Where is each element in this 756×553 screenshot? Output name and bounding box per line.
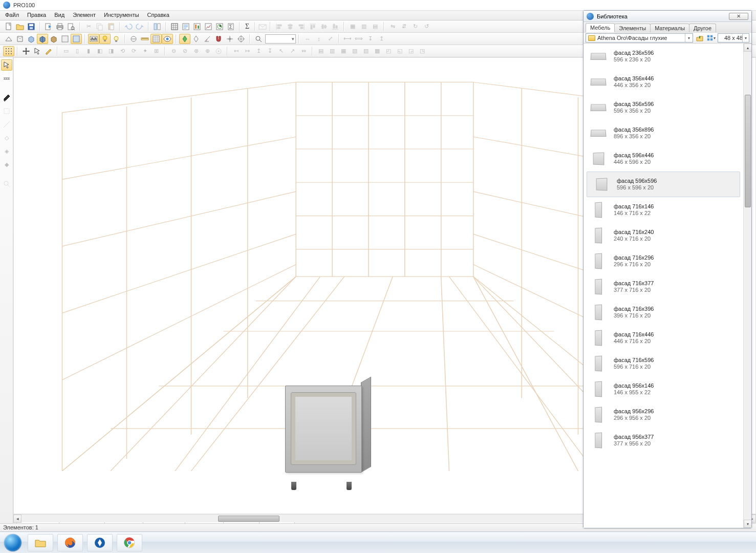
library-item[interactable]: фасад 356x896896 x 356 x 20 <box>584 120 743 146</box>
menu-item[interactable]: Правка <box>23 11 50 20</box>
lamp-button[interactable] <box>99 34 111 44</box>
labels-button[interactable]: aа <box>88 34 99 44</box>
mv-3-button[interactable]: ↥ <box>253 46 264 56</box>
flip-v-button[interactable]: ⇵ <box>398 22 409 32</box>
menu-item[interactable]: Инструменты <box>100 11 143 20</box>
tool-shape[interactable] <box>1 105 12 117</box>
group-3-button[interactable]: ▮ <box>83 46 94 56</box>
tool-select[interactable] <box>1 59 12 71</box>
taskbar-app-chrome[interactable] <box>117 534 142 551</box>
flip-h-button[interactable]: ⇋ <box>387 22 398 32</box>
move-button[interactable] <box>20 46 32 56</box>
report-1-button[interactable] <box>180 22 191 32</box>
library-view-button[interactable]: ▾ <box>706 33 716 42</box>
export-button[interactable] <box>43 22 54 32</box>
library-up-button[interactable] <box>695 33 704 42</box>
library-close-button[interactable]: ✕ <box>729 13 748 20</box>
library-tab[interactable]: Материалы <box>650 24 689 32</box>
layer-10-button[interactable]: ◳ <box>417 46 428 56</box>
view-shaded-button[interactable] <box>37 34 48 44</box>
rotate-ccw-button[interactable]: ↺ <box>421 22 432 32</box>
mv-4-button[interactable]: ↧ <box>264 46 275 56</box>
grid-button[interactable] <box>150 34 162 44</box>
layer-7-button[interactable]: ◰ <box>383 46 394 56</box>
rotate-cw-button[interactable]: ↻ <box>409 22 421 32</box>
group-1-button[interactable]: ▭ <box>60 46 72 56</box>
op-4-button[interactable]: ⊕ <box>202 46 213 56</box>
library-item[interactable]: фасад 596x446446 x 596 x 20 <box>584 146 743 172</box>
new-file-button[interactable] <box>3 22 14 32</box>
mv-6-button[interactable]: ↗ <box>287 46 298 56</box>
view-hidden-button[interactable] <box>14 34 26 44</box>
mv-5-button[interactable]: ↖ <box>275 46 287 56</box>
snap-target-button[interactable] <box>235 34 247 44</box>
dim-size-1-button[interactable]: ⟷ <box>342 34 353 44</box>
dim-size-4-button[interactable]: ↥ <box>376 34 387 44</box>
library-item[interactable]: фасад 716x596596 x 716 x 20 <box>584 351 743 376</box>
library-item[interactable]: фасад 716x146146 x 716 x 22 <box>584 197 743 223</box>
library-tab[interactable]: Другое <box>689 24 716 32</box>
print-preview-button[interactable] <box>66 22 77 32</box>
taskbar-app-firefox[interactable] <box>57 534 83 551</box>
view-wire-button[interactable] <box>3 34 14 44</box>
snap-edge-button[interactable] <box>190 34 202 44</box>
library-item[interactable]: фасад 716x396396 x 716 x 20 <box>584 300 743 325</box>
dim-h-button[interactable]: ↔ <box>302 34 313 44</box>
cabinet-model[interactable] <box>280 380 372 483</box>
zoom-combo[interactable]: ▾ <box>265 34 296 44</box>
library-item[interactable]: фасад 956x146146 x 955 x 22 <box>584 376 743 402</box>
report-4-button[interactable] <box>214 22 225 32</box>
tool-measure[interactable] <box>1 119 12 130</box>
view-solid-button[interactable] <box>26 34 37 44</box>
group-9-button[interactable]: ⊞ <box>150 46 162 56</box>
dim-size-2-button[interactable]: ⟺ <box>353 34 364 44</box>
report-3-button[interactable] <box>203 22 214 32</box>
tool-ext-1[interactable]: ◇ <box>1 132 12 143</box>
start-button[interactable] <box>2 534 24 552</box>
print-button[interactable] <box>54 22 66 32</box>
op-3-button[interactable]: ⊗ <box>190 46 202 56</box>
align-bottom-button[interactable] <box>330 22 341 32</box>
tool-ext-2[interactable]: ◈ <box>1 145 12 157</box>
library-tab[interactable]: Мебель <box>586 23 615 32</box>
group-4-button[interactable]: ◧ <box>94 46 105 56</box>
op-2-button[interactable]: ⊘ <box>179 46 190 56</box>
library-item[interactable]: фасад 356x446446 x 356 x 20 <box>584 69 743 95</box>
view-textured-button[interactable] <box>48 34 59 44</box>
library-thumbsize-combo[interactable]: 48 x 48 ▾ <box>718 33 749 42</box>
layer-1-button[interactable]: ▤ <box>315 46 327 56</box>
library-item[interactable]: фасад 716x446446 x 716 x 20 <box>584 325 743 351</box>
align-top-button[interactable] <box>307 22 318 32</box>
select-arrow-button[interactable] <box>32 46 43 56</box>
cut-button[interactable]: ✂ <box>83 22 94 32</box>
library-item[interactable]: фасад 596x596596 x 596 x 20 <box>587 172 740 197</box>
align-center-h-button[interactable] <box>285 22 296 32</box>
scroll-left-button[interactable]: ◂ <box>13 515 21 523</box>
distribute-1-button[interactable]: ▦ <box>347 22 358 32</box>
open-file-button[interactable] <box>14 22 26 32</box>
report-2-button[interactable] <box>191 22 203 32</box>
snap-axis-button[interactable] <box>224 34 235 44</box>
tool-zoom[interactable] <box>1 178 12 189</box>
scroll-up-button[interactable]: ▴ <box>744 44 751 52</box>
center-button[interactable] <box>213 46 224 56</box>
snap-grid-button[interactable] <box>3 46 14 56</box>
distribute-3-button[interactable]: ▤ <box>370 22 381 32</box>
eye-button[interactable] <box>162 34 173 44</box>
menu-item[interactable]: Справка <box>143 11 174 20</box>
dim-align-button[interactable]: ⤢ <box>325 34 336 44</box>
structure-button[interactable] <box>169 22 180 32</box>
library-item[interactable]: фасад 236x596596 x 236 x 20 <box>584 44 743 69</box>
edit-node-button[interactable] <box>43 46 54 56</box>
taskbar-app-pro100[interactable] <box>87 534 113 551</box>
menu-item[interactable]: Вид <box>50 11 69 20</box>
scroll-down-button[interactable]: ▾ <box>744 520 751 528</box>
library-tab[interactable]: Элементы <box>614 24 651 32</box>
group-2-button[interactable]: ▯ <box>72 46 83 56</box>
snap-point-button[interactable] <box>179 34 190 44</box>
scroll-thumb[interactable] <box>745 95 751 207</box>
ruler-button[interactable] <box>139 34 150 44</box>
mail-button[interactable] <box>257 22 268 32</box>
layer-3-button[interactable]: ▦ <box>338 46 349 56</box>
group-7-button[interactable]: ⟳ <box>128 46 139 56</box>
